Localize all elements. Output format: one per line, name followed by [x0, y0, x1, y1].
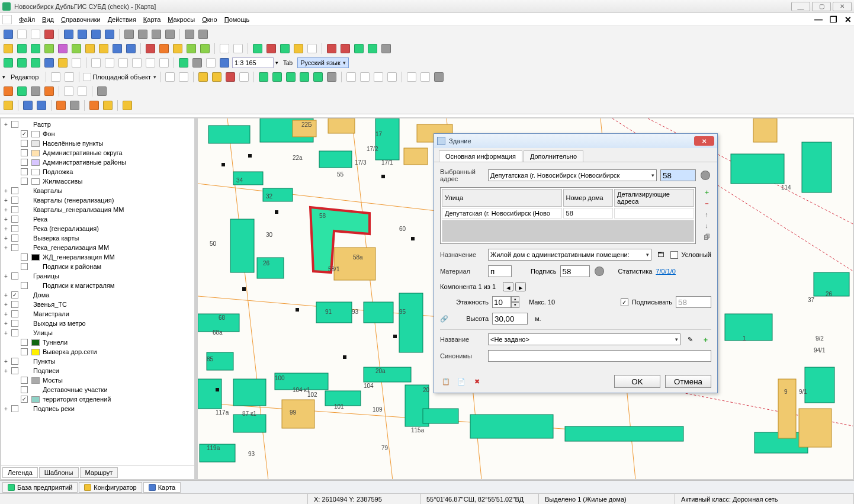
stats-link[interactable]: 7/0/1/0: [656, 268, 676, 275]
tree-node[interactable]: +Река_генерализация ММ: [2, 243, 193, 252]
tb5-1[interactable]: [2, 85, 14, 97]
expand-icon[interactable]: +: [2, 330, 9, 336]
bottom-tab-config[interactable]: Конфигуратор: [79, 482, 142, 493]
tb6-8[interactable]: [121, 99, 133, 111]
floors-up[interactable]: ▴: [511, 296, 519, 302]
ok-button[interactable]: OK: [614, 375, 660, 388]
layer-checkbox[interactable]: [11, 197, 18, 204]
tb4-10[interactable]: [271, 71, 283, 83]
tb2-3[interactable]: [30, 43, 41, 54]
component-next-button[interactable]: ▸: [515, 282, 526, 291]
tb4-6[interactable]: [211, 71, 223, 83]
tab-route[interactable]: Маршрут: [80, 467, 118, 478]
tree-node[interactable]: +Магистрали: [2, 309, 193, 319]
tree-node[interactable]: +Кварталы_генерализация ММ: [2, 205, 193, 214]
layer-checkbox[interactable]: [21, 149, 28, 156]
tb2-1[interactable]: [2, 43, 14, 54]
tb2-15[interactable]: [199, 43, 211, 54]
tree-node[interactable]: +Выходы из метро: [2, 319, 193, 328]
layers4-icon[interactable]: [104, 28, 115, 40]
tb2-12[interactable]: [158, 43, 170, 54]
undo-icon[interactable]: [184, 28, 195, 40]
dlg-delete-icon[interactable]: ✖: [471, 375, 483, 387]
layer-checkbox[interactable]: [11, 329, 18, 336]
pin-icon[interactable]: [43, 28, 55, 40]
tb3-12[interactable]: [158, 57, 170, 69]
address-select[interactable]: Депутатская (г. Новосибирск (Новосибирск: [488, 169, 657, 181]
add-row-icon[interactable]: ＋: [702, 187, 711, 197]
sign-input[interactable]: [676, 296, 711, 308]
save1-icon[interactable]: [123, 28, 135, 40]
menu-map[interactable]: Карта: [143, 16, 160, 23]
layers2-icon[interactable]: [76, 28, 88, 40]
mdi-restore[interactable]: ❐: [830, 15, 837, 24]
tb6-1[interactable]: [2, 99, 14, 111]
move-up-icon[interactable]: ↑: [702, 210, 711, 219]
tb2-18[interactable]: [252, 43, 264, 54]
tb2-24[interactable]: [339, 43, 351, 54]
layer-checkbox[interactable]: [21, 159, 28, 166]
layer-checkbox[interactable]: [21, 168, 28, 175]
expand-icon[interactable]: +: [2, 188, 9, 194]
bottom-tab-db[interactable]: База предприятий: [2, 482, 78, 493]
caption-input[interactable]: [560, 265, 590, 277]
layer-checkbox[interactable]: [11, 235, 18, 242]
area-object-select[interactable]: Площадной объект: [83, 73, 156, 81]
menu-reference[interactable]: Справочники: [61, 16, 101, 23]
name-select[interactable]: <Не задано>: [488, 333, 680, 345]
tb2-13[interactable]: [172, 43, 184, 54]
tb4-19[interactable]: [406, 71, 418, 83]
layer-checkbox[interactable]: [21, 386, 28, 393]
grid-extra-icon[interactable]: 🗐: [702, 232, 711, 242]
tb6-2[interactable]: [22, 99, 34, 111]
tree-node[interactable]: Подложка: [2, 167, 193, 176]
layer-checkbox[interactable]: [11, 187, 18, 194]
scale-input[interactable]: [232, 57, 274, 68]
tb4-21[interactable]: [433, 71, 445, 83]
tb2-25[interactable]: [353, 43, 365, 54]
conditional-checkbox[interactable]: [670, 251, 678, 259]
menu-actions[interactable]: Действия: [108, 16, 136, 23]
tree-node[interactable]: ЖД_генерализация ММ: [2, 252, 193, 262]
tb2-4[interactable]: [43, 43, 55, 54]
tree-node[interactable]: +Кварталы (генерализация): [2, 195, 193, 205]
tree-node[interactable]: Туннели: [2, 338, 193, 347]
tb5-6[interactable]: [76, 85, 88, 97]
tb2-11[interactable]: [145, 43, 156, 54]
layer-checkbox[interactable]: [21, 396, 28, 403]
tb2-26[interactable]: [367, 43, 378, 54]
synonyms-input[interactable]: [488, 350, 711, 362]
tb3-7[interactable]: [90, 57, 102, 69]
layers3-icon[interactable]: [90, 28, 102, 40]
tree-node[interactable]: Выверка дор.сети: [2, 347, 193, 357]
tb6-4[interactable]: [55, 99, 67, 111]
tree-node[interactable]: +Выверка карты: [2, 233, 193, 243]
layer-checkbox[interactable]: [11, 358, 18, 365]
expand-icon[interactable]: +: [2, 207, 9, 213]
tb4-18[interactable]: [386, 71, 398, 83]
expand-icon[interactable]: +: [2, 311, 9, 317]
remove-row-icon[interactable]: －: [702, 198, 711, 208]
layer-checkbox[interactable]: [11, 244, 18, 251]
tree-node[interactable]: территория отделений: [2, 394, 193, 404]
tb4-copy[interactable]: [164, 71, 176, 83]
bottom-tab-map[interactable]: Карта: [143, 482, 181, 493]
tab-additional[interactable]: Дополнительно: [524, 150, 583, 162]
tb4-16[interactable]: [359, 71, 371, 83]
tb3-16[interactable]: [219, 57, 230, 69]
tb4-14[interactable]: [326, 71, 338, 83]
layer-checkbox[interactable]: [21, 282, 28, 289]
tree-node[interactable]: +Кварталы: [2, 186, 193, 195]
purpose-select[interactable]: Жилой дом с административными помещени:: [488, 249, 651, 261]
tree-node[interactable]: Подписи к районам: [2, 262, 193, 271]
tb3-10[interactable]: [131, 57, 143, 69]
tree-node[interactable]: Фон: [2, 129, 193, 139]
expand-icon[interactable]: +: [2, 320, 9, 327]
maximize-button[interactable]: ▢: [812, 2, 831, 11]
tab-main-info[interactable]: Основная информация: [439, 150, 522, 162]
tb2-27[interactable]: [380, 43, 392, 54]
tree-node[interactable]: Населённые пункты: [2, 139, 193, 148]
layer-checkbox[interactable]: [21, 140, 28, 147]
tb3-6[interactable]: [70, 57, 82, 69]
menu-file[interactable]: Файл: [19, 16, 35, 23]
